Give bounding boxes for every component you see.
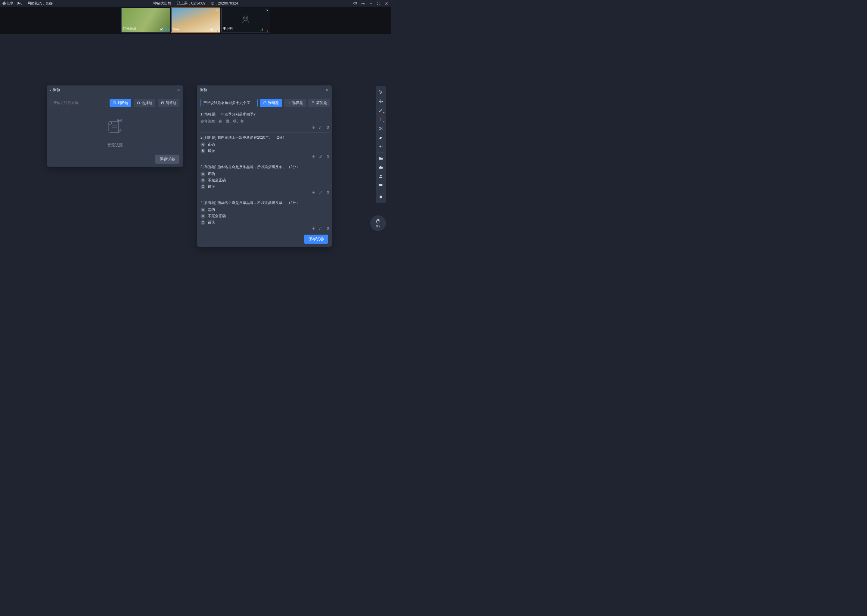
save-quiz-button[interactable]: 保存试卷	[155, 155, 180, 163]
quiz-panel-filled: 测验 ✕ 判断题 选择题 简答题 1 [简答题] 一年四季分别是哪四季?参考答案…	[197, 85, 332, 247]
class-elapsed: 已上课：02:34:09	[177, 1, 205, 6]
option-row[interactable]: A是的	[200, 207, 330, 212]
camera-toggle-icon[interactable]	[353, 1, 358, 6]
move-tool-icon[interactable]	[376, 97, 386, 106]
video-tile-teacher[interactable]: 叮当老师	[121, 8, 170, 33]
save-quiz-button[interactable]: 保存试卷	[304, 235, 328, 244]
signal-bars-icon	[260, 28, 263, 31]
pen-tool-icon[interactable]	[376, 106, 386, 115]
option-bullet: A	[200, 172, 205, 176]
raise-hand-badge[interactable]: 0/2	[370, 215, 386, 231]
option-bullet: B	[200, 149, 205, 153]
option-text: 不完全正确	[208, 178, 226, 183]
type-choice-button[interactable]: 选择题	[284, 99, 306, 107]
empty-scroll-icon	[103, 115, 127, 140]
empty-text: 暂无试题	[107, 143, 123, 148]
svg-point-7	[245, 17, 247, 19]
svg-point-30	[288, 102, 290, 104]
close-icon[interactable]: ✕	[177, 88, 180, 92]
reference-answer: 参考答案：春、夏、秋、冬	[200, 119, 244, 124]
video-tile-student[interactable]: ✕ 王小明	[221, 8, 270, 33]
toolbox-icon[interactable]	[376, 163, 386, 172]
option-row[interactable]: B错误	[200, 148, 330, 153]
scissors-tool-icon[interactable]	[376, 124, 386, 133]
svg-point-14	[380, 175, 381, 176]
question-title: 3 [单选题] 施华洛世奇是反华品牌，所以梁鼎琪反华。 （2分）	[200, 165, 330, 170]
question-title: 2 [判断题] 我国宪法上一次更新是在2020年。 （2分）	[200, 135, 330, 140]
quiz-name-input[interactable]	[50, 99, 107, 107]
question-item: 4 [多选题] 施华洛世奇是反华品牌，所以梁鼎琪反华。 （2分）A是的B不完全正…	[200, 198, 330, 232]
delete-icon[interactable]	[326, 125, 330, 129]
chat-icon[interactable]	[376, 181, 386, 190]
folder-icon[interactable]	[376, 154, 386, 163]
move-icon[interactable]	[311, 155, 315, 159]
signal-bars-icon	[162, 28, 169, 31]
move-icon[interactable]	[311, 226, 315, 230]
packet-loss: 丢包率：0%	[2, 1, 22, 6]
video-tile-student[interactable]: ✕ Nina	[171, 8, 220, 33]
type-short-answer-button[interactable]: 简答题	[158, 99, 180, 107]
option-row[interactable]: B不完全正确	[200, 214, 330, 218]
panel-title: 测验	[53, 88, 177, 93]
move-icon[interactable]	[311, 190, 315, 195]
edit-icon[interactable]	[318, 125, 323, 129]
type-truefalse-button[interactable]: 判断题	[110, 99, 131, 107]
option-text: 错误	[208, 220, 215, 225]
right-toolbar	[376, 86, 386, 203]
laser-tool-icon[interactable]	[376, 142, 386, 151]
class-title: 神秘大自然	[153, 1, 171, 6]
option-text: 不完全正确	[208, 214, 226, 218]
close-icon[interactable]: ✕	[326, 88, 329, 92]
question-item: 3 [单选题] 施华洛世奇是反华品牌，所以梁鼎琪反华。 （2分）A正确B不完全正…	[200, 162, 330, 198]
hand-count: 0/2	[376, 225, 380, 228]
svg-rect-15	[379, 184, 383, 186]
move-icon[interactable]	[311, 125, 315, 129]
type-short-answer-button[interactable]: 简答题	[308, 99, 330, 107]
quiz-name-input[interactable]	[200, 99, 258, 107]
hand-icon	[375, 218, 381, 224]
settings-icon[interactable]	[361, 1, 366, 6]
delete-icon[interactable]	[326, 155, 330, 159]
svg-point-28	[120, 120, 121, 121]
edit-icon[interactable]	[318, 190, 323, 195]
type-truefalse-button[interactable]: 判断题	[260, 99, 282, 107]
option-row[interactable]: C错误	[200, 220, 330, 225]
edit-icon[interactable]	[318, 226, 323, 230]
svg-rect-16	[113, 102, 116, 104]
question-title: 1 [简答题] 一年四季分别是哪四季?	[200, 112, 330, 117]
question-title: 4 [多选题] 施华洛世奇是反华品牌，所以梁鼎琪反华。 （2分）	[200, 200, 330, 206]
close-icon[interactable]: ✕	[266, 9, 268, 12]
svg-point-26	[118, 120, 119, 121]
delete-icon[interactable]	[326, 190, 330, 195]
option-row[interactable]: C错误	[200, 184, 330, 189]
svg-point-10	[379, 127, 380, 128]
user-icon[interactable]	[376, 172, 386, 181]
back-icon[interactable]: ‹	[50, 88, 51, 92]
option-row[interactable]: A正确	[200, 142, 330, 147]
delete-icon[interactable]	[326, 226, 330, 230]
edit-icon[interactable]	[318, 155, 323, 159]
question-item: 1 [简答题] 一年四季分别是哪四季?参考答案：春、夏、秋、冬	[200, 110, 330, 133]
bell-icon[interactable]	[376, 193, 386, 201]
close-icon[interactable]: ✕	[216, 9, 219, 12]
option-bullet: C	[200, 220, 205, 225]
participant-name: 王小明	[223, 27, 233, 31]
empty-state: 暂无试题	[50, 115, 180, 148]
eraser-tool-icon[interactable]	[376, 133, 386, 142]
svg-point-21	[109, 121, 112, 124]
close-window-icon[interactable]	[384, 1, 389, 6]
option-text: 错误	[208, 184, 215, 189]
question-item: 2 [判断题] 我国宪法上一次更新是在2020年。 （2分）A正确B错误	[200, 133, 330, 162]
type-choice-button[interactable]: 选择题	[134, 99, 155, 107]
option-row[interactable]: B不完全正确	[200, 178, 330, 183]
option-row[interactable]: A正确	[200, 171, 330, 176]
panel-title: 测验	[200, 88, 326, 93]
option-text: 错误	[208, 148, 215, 153]
pointer-tool-icon[interactable]	[376, 88, 386, 97]
svg-rect-5	[217, 30, 218, 31]
quiz-panel-blank: ‹ 测验 ✕ 判断题 选择题 简答题 暂无试题 保存试卷	[47, 85, 183, 167]
text-tool-icon[interactable]	[376, 115, 386, 124]
fullscreen-icon[interactable]	[376, 1, 381, 6]
svg-point-6	[244, 16, 248, 20]
minimize-icon[interactable]	[369, 1, 373, 6]
